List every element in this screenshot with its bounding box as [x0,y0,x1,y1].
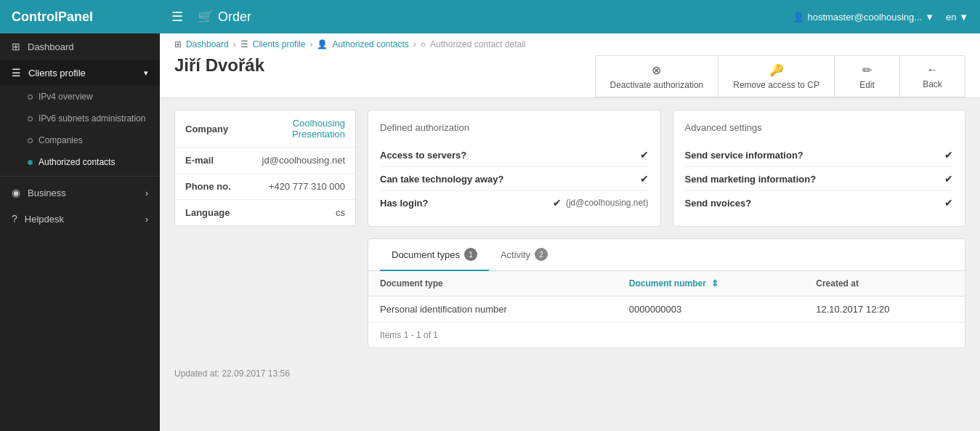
deactivate-icon: ⊗ [652,63,661,77]
login-detail: (jd@coolhousing.net) [566,198,649,208]
adv-label-invoices: Send nvoices? [685,198,945,209]
adv-row-marketing: Send marketing information? ✔ [685,167,954,191]
language-label: Language [175,200,241,226]
sidebar-item-helpdesk[interactable]: ? Helpdesk › [0,206,160,232]
advanced-settings-panel: Advanced settings Send service informati… [673,110,966,227]
content-area: Company Coolhousing Presentation E-mail … [160,98,980,360]
sidebar-item-label: Business [28,188,66,198]
edit-icon: ✏ [862,63,872,77]
sidebar-item-dashboard[interactable]: ⊞ Dashboard [0,33,160,60]
remove-access-button[interactable]: 🔑 Remove access to CP [718,56,835,97]
breadcrumb-icon3: 👤 [317,39,328,49]
table-row: Company Coolhousing Presentation [175,110,355,148]
tab-activity-badge: 2 [535,248,548,261]
breadcrumb-authorized-contacts[interactable]: Authorized contacts [332,39,408,49]
auth-row-servers: Access to servers? ✔ [380,143,649,167]
auth-label-servers: Access to servers? [380,150,640,161]
defined-auth-title: Defined authorization [380,122,649,133]
breadcrumb-dashboard[interactable]: Dashboard [186,39,229,49]
col-document-number[interactable]: Document number ⇕ [617,271,804,297]
breadcrumb-icon2: ☰ [240,39,248,49]
breadcrumb-clients-profile[interactable]: Clients profile [253,39,306,49]
sidebar-item-ipv4[interactable]: IPv4 overview [0,86,160,108]
table-row: Personal identification number 000000000… [368,297,965,323]
adv-row-service: Send service information? ✔ [685,143,954,167]
auth-label-technology: Can take technology away? [380,174,640,185]
table-row: E-mail jd@coolhousing.net [175,148,355,174]
sidebar-item-label: Helpdesk [25,214,64,225]
phone-value: +420 777 310 000 [241,174,355,200]
tab-activity[interactable]: Activity 2 [489,239,559,271]
menu-icon[interactable]: ☰ [171,9,183,25]
tabs-panel: Document types 1 Activity 2 Document typ… [368,238,965,348]
back-label: Back [923,79,942,89]
page-title: Jiří Dvořák [174,55,583,84]
sidebar-item-companies[interactable]: Companies [0,129,160,151]
cell-doc-number: 0000000003 [617,297,804,323]
user-chevron-icon: ▼ [925,12,934,23]
breadcrumb-current: Authorized contact detail [430,39,525,49]
remove-access-icon: 🔑 [769,63,784,77]
table-header-row: Document type Document number ⇕ Created … [368,271,965,297]
adv-value-marketing: ✔ [944,173,953,185]
order-link[interactable]: 🛒 Order [198,9,251,25]
back-button[interactable]: ← Back [900,56,965,97]
email-value: jd@coolhousing.net [241,148,355,174]
lang-selector[interactable]: en ▼ [946,12,968,23]
contact-table: Company Coolhousing Presentation E-mail … [175,110,355,225]
check-icon: ✔ [553,197,562,209]
deactivate-authorization-button[interactable]: ⊗ Deactivate authorization [596,56,719,97]
sidebar-item-authorized-contacts[interactable]: Authorized contacts [0,151,160,173]
sidebar-sub-label: Authorized contacts [39,157,115,167]
sidebar-sub-label: IPv6 subnets administration [39,113,145,124]
breadcrumb-icon: ⊞ [174,39,182,49]
user-name: hostmaster@coolhousing... [807,12,922,23]
sidebar-item-clients-profile[interactable]: ☰ Clients profile ▾ [0,60,160,86]
sidebar-sub-label: Companies [39,135,83,145]
nav-right: 👤 hostmaster@coolhousing... ▼ en ▼ [793,12,968,23]
breadcrumb: ⊞ Dashboard › ☰ Clients profile › 👤 Auth… [174,39,965,49]
table-row: Language cs [175,200,355,226]
dot-icon [28,138,33,143]
document-table: Document type Document number ⇕ Created … [368,271,965,322]
auth-label-login: Has login? [380,198,553,209]
tab-document-types-badge: 1 [464,248,477,261]
contact-card: Company Coolhousing Presentation E-mail … [174,110,356,226]
main-content: ⊞ Dashboard › ☰ Clients profile › 👤 Auth… [160,33,980,431]
remove-access-label: Remove access to CP [733,80,819,90]
adv-value-invoices: ✔ [944,197,953,209]
business-icon: ◉ [12,187,20,198]
helpdesk-icon: ? [12,213,17,225]
right-panels: Defined authorization Access to servers?… [368,110,965,348]
page-footer: Updated at: 22.09.2017 13:56 [160,360,980,387]
chevron-right-icon: › [145,188,148,198]
chevron-right-icon: › [145,214,148,225]
table-row: Phone no. +420 777 310 000 [175,174,355,200]
tab-activity-label: Activity [501,249,530,260]
dot-icon [28,94,33,100]
dot-icon [28,160,33,165]
defined-auth-panel: Defined authorization Access to servers?… [368,110,661,227]
updated-at: Updated at: 22.09.2017 13:56 [174,368,290,379]
top-nav: ControlPanel ☰ 🛒 Order 👤 hostmaster@cool… [0,0,980,33]
separator: › [309,39,312,49]
user-icon: 👤 [793,12,804,23]
sidebar-item-business[interactable]: ◉ Business › [0,180,160,206]
adv-label-marketing: Send marketing information? [685,174,945,185]
language-value: cs [241,200,355,226]
brand: ControlPanel [12,9,171,25]
cell-created: 12.10.2017 12:20 [804,297,965,323]
sidebar-item-ipv6[interactable]: IPv6 subnets administration [0,108,160,129]
tab-document-types[interactable]: Document types 1 [380,239,489,271]
lang-chevron-icon: ▼ [959,12,968,23]
edit-label: Edit [859,80,875,90]
cell-doc-type: Personal identification number [368,297,617,323]
col-created-at: Created at [804,271,965,297]
company-label: Company [175,110,241,148]
user-info[interactable]: 👤 hostmaster@coolhousing... ▼ [793,12,934,23]
breadcrumb-icon4: ○ [421,39,426,49]
company-link[interactable]: Coolhousing Presentation [292,118,345,140]
edit-button[interactable]: ✏ Edit [835,56,900,97]
page-title-row: Jiří Dvořák ⊗ Deactivate authorization 🔑… [174,55,965,97]
chevron-down-icon: ▾ [144,68,148,78]
